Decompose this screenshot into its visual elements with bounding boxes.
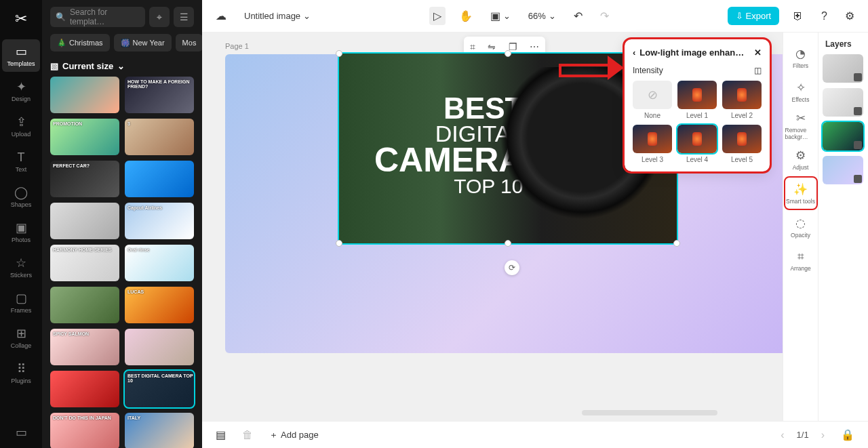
template-item[interactable]: SPICY SALMON <box>50 329 119 365</box>
template-item[interactable]: LUCAS <box>125 287 194 323</box>
tool-remove-backgr-[interactable]: ✂Remove backgr… <box>785 110 816 141</box>
layer-thumb[interactable] <box>823 88 863 117</box>
plugins-icon: ⠿ <box>17 361 26 376</box>
flip-icon[interactable]: ⇋ <box>488 41 496 52</box>
size-dropdown[interactable]: ▧ Current size ⌄ <box>42 58 202 77</box>
level-swatch: ⊘ <box>633 81 672 109</box>
template-item[interactable] <box>50 287 119 323</box>
undo-button[interactable]: ↶ <box>570 7 587 25</box>
layer-thumb[interactable] <box>823 122 863 150</box>
plus-icon: ＋ <box>269 429 278 441</box>
template-item[interactable]: BEST DIGITAL CAMERA TOP 10 <box>125 371 194 407</box>
intensity-level-2[interactable]: Level 2 <box>722 81 762 119</box>
template-item[interactable]: 3 <box>125 119 194 155</box>
template-item[interactable] <box>125 161 194 197</box>
tool-filters[interactable]: ◔Filters <box>785 42 816 73</box>
resize-handle[interactable] <box>673 240 680 247</box>
resize-handle[interactable] <box>336 240 342 247</box>
crop-icon[interactable]: ⌗ <box>470 41 475 53</box>
template-item[interactable]: PERFECT CAR? <box>50 161 119 197</box>
nav-collage[interactable]: ⊞Collage <box>2 321 40 354</box>
template-item[interactable] <box>50 203 119 239</box>
nav-frames[interactable]: ▢Frames <box>2 286 40 319</box>
tag-christmas[interactable]: 🎄Christmas <box>50 34 110 52</box>
intensity-level-1[interactable]: Level 1 <box>677 81 717 119</box>
template-item[interactable] <box>50 371 119 407</box>
tool-effects[interactable]: ✧Effects <box>785 76 816 107</box>
help-icon[interactable]: ? <box>817 7 831 25</box>
redo-button[interactable]: ↷ <box>596 7 613 25</box>
rotate-handle[interactable]: ⟳ <box>505 260 519 275</box>
tool-opacity[interactable]: ◌Opacity <box>785 211 816 243</box>
settings-icon[interactable]: ⚙ <box>841 7 859 25</box>
text-icon: T <box>18 150 25 165</box>
nav-collapse-icon[interactable]: ▭ <box>2 425 40 440</box>
collage-icon: ⊞ <box>16 326 26 341</box>
resize-handle[interactable] <box>336 50 342 57</box>
level-swatch <box>722 81 762 109</box>
templates-panel: 🔍 Search for templat… ⌖ ☰ 🎄Christmas🎆New… <box>42 0 202 448</box>
horizontal-scrollbar[interactable] <box>582 410 717 415</box>
layers-title: Layers <box>823 39 864 49</box>
template-item[interactable]: DON'T DO THIS IN JAPAN <box>50 413 119 448</box>
intensity-level-5[interactable]: Level 5 <box>722 125 762 163</box>
nav-templates[interactable]: ▭Templates <box>2 39 40 72</box>
nav-upload[interactable]: ⇪Upload <box>2 110 40 142</box>
annotation-arrow <box>559 56 624 80</box>
tool-adjust[interactable]: ⚙Adjust <box>785 144 816 175</box>
crop-tool[interactable]: ▣⌄ <box>486 7 515 25</box>
delete-icon[interactable]: 🗑 <box>238 426 257 444</box>
low-light-enhance-popup: ‹ Low-light image enhan… ✕ Intensity ◫ ⊘… <box>625 39 770 171</box>
prev-page-icon[interactable]: ‹ <box>776 426 788 444</box>
template-item[interactable]: HARMONY HOME SERIES <box>50 245 119 281</box>
left-nav: ✂ ▭Templates✦Design⇪UploadTText◯Shapes▣P… <box>0 0 42 448</box>
layer-thumb[interactable] <box>823 54 863 83</box>
cloud-sync-icon[interactable]: ☁ <box>212 7 231 25</box>
tag-new-year[interactable]: 🎆New Year <box>114 34 172 52</box>
compare-icon[interactable]: ◫ <box>754 66 762 75</box>
nav-stickers[interactable]: ☆Stickers <box>2 251 40 283</box>
document-title[interactable]: Untitled image ⌄ <box>240 8 315 24</box>
template-item[interactable]: ITALY <box>125 413 194 448</box>
page-label: Page 1 <box>225 42 249 50</box>
back-icon[interactable]: ‹ <box>633 47 635 58</box>
tool-arrange[interactable]: ⌗Arrange <box>785 245 816 277</box>
intensity-level-3[interactable]: Level 3 <box>633 125 672 163</box>
nav-shapes[interactable]: ◯Shapes <box>2 180 40 213</box>
level-swatch <box>677 125 717 153</box>
filter-icon[interactable]: ☰ <box>174 7 194 27</box>
nav-text[interactable]: TText <box>2 145 40 178</box>
layer-thumb[interactable] <box>823 156 863 184</box>
more-icon[interactable]: ⋯ <box>530 41 539 52</box>
search-input[interactable]: 🔍 Search for templat… <box>50 7 145 27</box>
add-page-button[interactable]: ＋ Add page <box>265 426 323 444</box>
next-page-icon[interactable]: › <box>817 426 829 444</box>
hand-tool[interactable]: ✋ <box>455 7 477 25</box>
shield-icon[interactable]: ⛨ <box>789 7 808 25</box>
template-item[interactable] <box>125 329 194 365</box>
crop-search-icon[interactable]: ⌖ <box>149 7 170 27</box>
export-button[interactable]: ⇩ Export <box>728 7 780 25</box>
template-item[interactable]: Capcut Airlines <box>125 203 194 239</box>
app-logo[interactable]: ✂ <box>7 5 35 33</box>
template-item[interactable]: Oral rinse <box>125 245 194 281</box>
nav-photos[interactable]: ▣Photos <box>2 216 40 248</box>
lock-icon[interactable]: 🔒 <box>837 426 859 444</box>
zoom-dropdown[interactable]: 66% ⌄ <box>524 8 560 24</box>
tag-mos[interactable]: Mos <box>176 34 202 52</box>
intensity-level-4[interactable]: Level 4 <box>677 125 717 163</box>
resize-handle[interactable] <box>505 50 511 57</box>
nav-design[interactable]: ✦Design <box>2 75 40 107</box>
resize-handle[interactable] <box>505 240 511 247</box>
tool-smart-tools[interactable]: ✨Smart tools <box>785 178 816 209</box>
pages-icon[interactable]: ▤ <box>212 426 230 444</box>
close-icon[interactable]: ✕ <box>754 47 762 58</box>
select-tool[interactable]: ▷ <box>429 7 446 25</box>
shapes-icon: ◯ <box>14 185 28 200</box>
template-item[interactable]: HOW TO MAKE A FOREIGN FRIEND? <box>125 77 194 113</box>
intensity-none[interactable]: ⊘None <box>633 81 672 119</box>
template-item[interactable]: PROMOTION <box>50 119 119 155</box>
arrange-icon: ⌗ <box>797 250 804 264</box>
template-item[interactable] <box>50 77 119 113</box>
nav-plugins[interactable]: ⠿Plugins <box>2 357 40 389</box>
